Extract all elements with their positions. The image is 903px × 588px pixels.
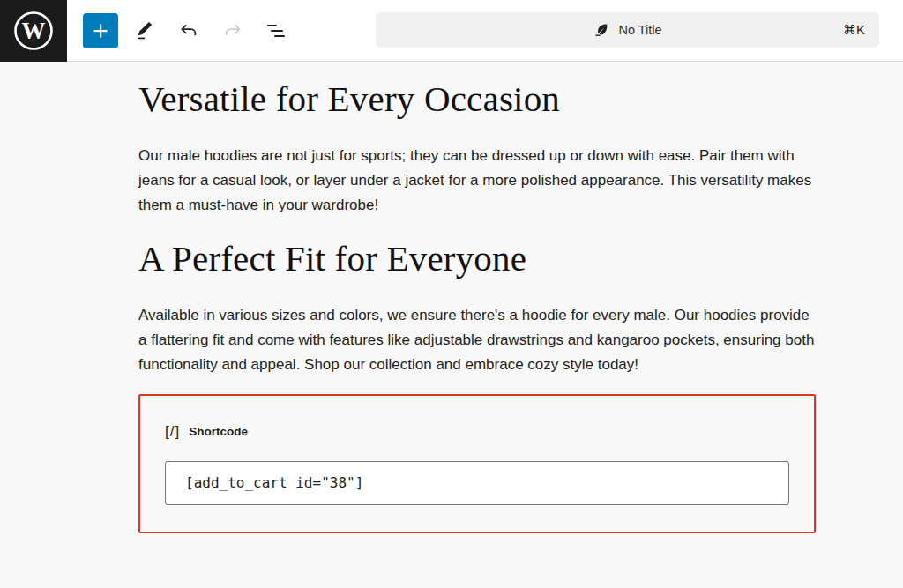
redo-button[interactable] (215, 13, 250, 48)
shortcode-input[interactable] (165, 461, 789, 505)
paragraph-versatile[interactable]: Our male hoodies are not just for sports… (138, 144, 816, 218)
editor-top-bar: W (0, 0, 903, 62)
command-shortcut: ⌘K (843, 12, 865, 48)
undo-icon (178, 20, 199, 41)
wordpress-menu-button[interactable]: W (0, 0, 67, 62)
editor-canvas: Versatile for Every Occasion Our male ho… (0, 63, 903, 588)
document-title: No Title (618, 23, 661, 37)
document-overview-button[interactable] (259, 13, 295, 48)
list-view-icon (265, 20, 288, 41)
undo-button[interactable] (171, 13, 206, 48)
paragraph-perfect-fit[interactable]: Available in various sizes and colors, w… (138, 303, 816, 377)
command-palette-button[interactable]: No Title ⌘K (376, 12, 879, 48)
heading-versatile-occasion[interactable]: Versatile for Every Occasion (138, 79, 816, 120)
shortcode-label: Shortcode (189, 425, 248, 438)
heading-perfect-fit[interactable]: A Perfect Fit for Everyone (138, 239, 816, 279)
shortcode-icon: [/] (165, 423, 180, 441)
post-icon (593, 21, 610, 39)
pencil-icon (134, 20, 155, 41)
svg-text:W: W (22, 18, 46, 44)
edit-tool-button[interactable] (127, 13, 162, 48)
wordpress-editor: W (0, 0, 903, 588)
plus-icon (91, 21, 110, 41)
toolbar (83, 0, 295, 62)
redo-icon (222, 20, 243, 41)
shortcode-block[interactable]: [/] Shortcode (138, 394, 816, 533)
shortcode-block-header: [/] Shortcode (165, 422, 789, 442)
document-content: Versatile for Every Occasion Our male ho… (138, 79, 816, 533)
wordpress-logo-icon: W (13, 11, 54, 51)
block-inserter-button[interactable] (83, 13, 118, 48)
